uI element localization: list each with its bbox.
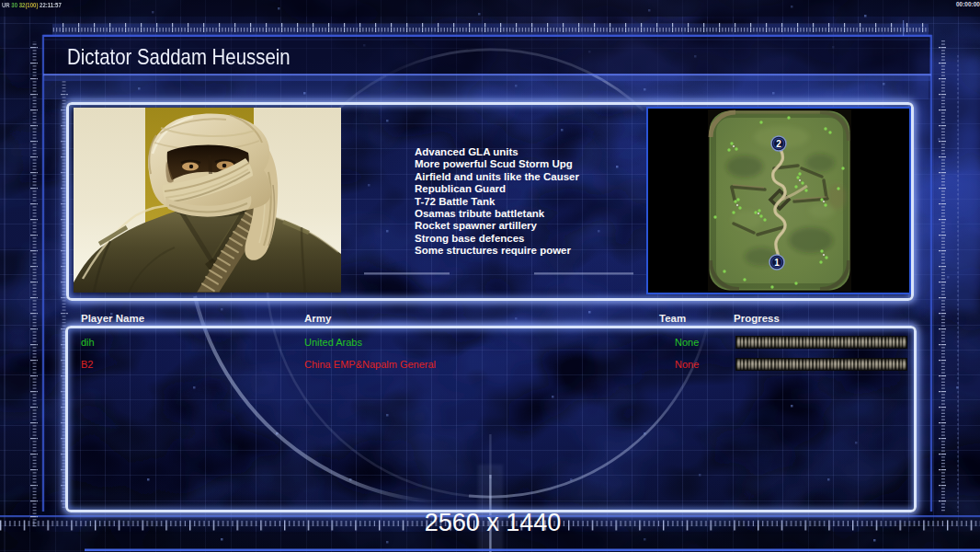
svg-text:1: 1 bbox=[774, 258, 780, 268]
svg-text:2: 2 bbox=[776, 139, 781, 149]
